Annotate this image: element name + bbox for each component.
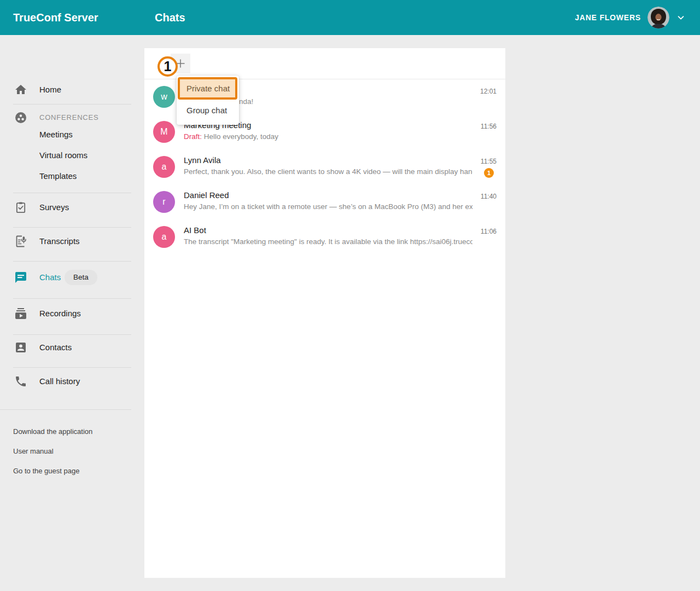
chevron-down-icon[interactable] [676, 13, 686, 22]
link-user-manual[interactable]: User manual [13, 447, 54, 456]
call-history-icon [14, 375, 27, 388]
app-title: TrueConf Server [13, 0, 98, 35]
sidebar-item-label: Home [39, 83, 61, 96]
surveys-icon [14, 201, 27, 214]
sidebar-item-label: Chats [39, 271, 61, 284]
chat-row[interactable]: r Daniel Reed 11:40 Hey Jane, I’m on a t… [144, 184, 505, 219]
sidebar-item-virtual-rooms[interactable]: Virtual rooms [39, 150, 127, 161]
chat-row[interactable]: a Lynn Avila 11:55 Perfect, thank you. A… [144, 149, 505, 184]
chat-list-panel: w 12:01 nda! M Marketing meeting 11:56 D… [144, 48, 505, 578]
divider [0, 409, 131, 410]
sidebar-item-label: Contacts [39, 341, 72, 354]
sidebar-item-home[interactable]: Home [0, 83, 131, 96]
chat-message: Draft: Hello everybody, today [184, 132, 472, 141]
sidebar-item-transcripts[interactable]: Transcripts [0, 235, 131, 248]
sidebar-item-recordings[interactable]: Recordings [0, 307, 131, 320]
plus-icon [175, 58, 186, 69]
chat-name: Lynn Avila [184, 155, 221, 165]
divider [13, 334, 131, 335]
new-chat-button[interactable] [171, 54, 190, 73]
sidebar-item-templates[interactable]: Templates [39, 171, 127, 182]
user-avatar[interactable] [648, 7, 669, 28]
chat-row[interactable]: a AI Bot 11:06 The transcript "Marketing… [144, 219, 505, 254]
chat-name: AI Bot [184, 225, 206, 235]
app-header: TrueConf Server Chats JANE FLOWERS [0, 0, 700, 35]
chat-message: nda! [239, 97, 472, 106]
avatar: r [153, 191, 175, 213]
divider [13, 227, 131, 228]
page-title: Chats [155, 0, 185, 35]
unread-count-badge: 1 [484, 168, 494, 178]
transcripts-icon [14, 235, 27, 248]
home-icon [14, 83, 27, 96]
user-name: JANE FLOWERS [575, 13, 641, 22]
chat-time: 11:55 [481, 158, 497, 165]
chat-time: 11:56 [481, 123, 497, 130]
user-menu[interactable]: JANE FLOWERS [575, 0, 686, 35]
chat-message: The transcript "Marketing meeting" is re… [184, 237, 472, 246]
chat-message-text: Hello everybody, today [202, 132, 278, 141]
chat-name: Daniel Reed [184, 190, 229, 200]
sidebar-item-label: Surveys [39, 201, 69, 214]
chat-time: 11:06 [481, 228, 497, 235]
divider [13, 261, 131, 262]
sidebar-item-surveys[interactable]: Surveys [0, 201, 131, 214]
recordings-icon [14, 307, 27, 320]
chat-message: Hey Jane, I’m on a ticket with a remote … [184, 202, 472, 211]
menu-item-group-chat[interactable]: Group chat [177, 100, 239, 121]
avatar: a [153, 156, 175, 178]
avatar: a [153, 226, 175, 248]
new-chat-dropdown: Private chat Group chat [177, 76, 239, 125]
link-guest-page[interactable]: Go to the guest page [13, 467, 79, 476]
chat-time: 11:40 [481, 193, 497, 200]
beta-badge: Beta [65, 270, 97, 285]
sidebar-item-label: Call history [39, 375, 80, 388]
divider [13, 193, 131, 193]
sidebar-item-label: Transcripts [39, 235, 80, 248]
avatar: w [153, 86, 175, 108]
divider [13, 298, 131, 299]
sidebar-item-call-history[interactable]: Call history [0, 375, 131, 388]
divider [13, 104, 131, 105]
avatar: M [153, 121, 175, 143]
sidebar-section-label: CONFERENCES [39, 111, 98, 124]
sidebar: Home CONFERENCES Meetings Virtual rooms … [0, 35, 131, 591]
conferences-icon [14, 111, 27, 124]
menu-item-private-chat[interactable]: Private chat [177, 78, 239, 100]
sidebar-section-conferences: CONFERENCES [0, 111, 131, 124]
divider [13, 367, 131, 368]
chat-message: Perfect, thank you. Also, the client wan… [184, 167, 472, 176]
draft-label: Draft: [184, 132, 202, 141]
contacts-icon [14, 341, 27, 354]
link-download-application[interactable]: Download the application [13, 427, 92, 436]
chat-time: 12:01 [480, 88, 497, 95]
sidebar-item-contacts[interactable]: Contacts [0, 341, 131, 354]
sidebar-item-label: Recordings [39, 307, 81, 320]
sidebar-item-meetings[interactable]: Meetings [39, 129, 127, 140]
chats-icon [14, 271, 27, 284]
